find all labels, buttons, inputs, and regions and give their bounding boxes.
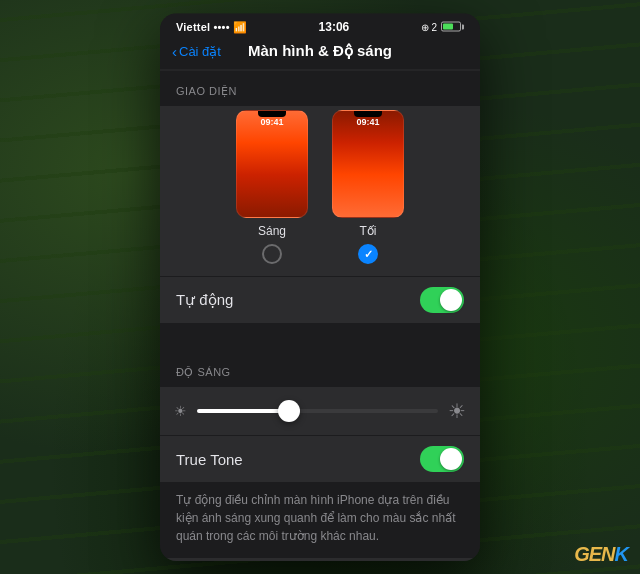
auto-toggle[interactable] xyxy=(420,287,464,313)
carrier-signal: Viettel •••• 📶 xyxy=(176,20,247,33)
night-shift-row[interactable]: Night Shift Tắt › xyxy=(160,558,480,561)
auto-row: Tự động xyxy=(160,277,480,323)
theme-label-light: Sáng xyxy=(258,224,286,238)
true-tone-toggle-thumb xyxy=(440,448,462,470)
true-tone-label: True Tone xyxy=(176,450,243,467)
brightness-section-label: ĐỘ SÁNG xyxy=(160,352,480,387)
back-button[interactable]: ‹ Cài đặt xyxy=(172,43,221,58)
preview-time-light: 09:41 xyxy=(237,117,307,127)
nav-header: ‹ Cài đặt Màn hình & Độ sáng xyxy=(160,38,480,71)
status-time: 13:06 xyxy=(319,20,350,34)
brightness-slider-fill xyxy=(197,409,289,413)
status-indicators: ⊕ 2 xyxy=(421,21,464,32)
watermark-blue: K xyxy=(615,543,628,565)
theme-selector: 09:41 Sáng 09:41 Tối xyxy=(160,106,480,276)
theme-option-light[interactable]: 09:41 Sáng xyxy=(236,110,308,264)
watermark: GENK xyxy=(574,543,628,566)
true-tone-toggle[interactable] xyxy=(420,446,464,472)
watermark-white: GEN xyxy=(574,543,614,565)
battery-percent: ⊕ 2 xyxy=(421,21,437,32)
battery-body xyxy=(441,22,461,32)
brightness-slider-thumb[interactable] xyxy=(278,400,300,422)
theme-preview-dark: 09:41 xyxy=(332,110,404,218)
carrier-label: Viettel xyxy=(176,20,210,32)
battery-icon xyxy=(441,22,464,32)
theme-preview-light: 09:41 xyxy=(236,110,308,218)
theme-label-dark: Tối xyxy=(360,224,377,238)
auto-toggle-group: Tự động xyxy=(160,277,480,323)
separator-1 xyxy=(160,324,480,352)
battery-tip xyxy=(462,24,464,29)
battery-fill xyxy=(443,24,453,30)
brightness-row: ☀ ☀ xyxy=(160,387,480,435)
sun-large-icon: ☀ xyxy=(448,399,466,423)
nav-title: Màn hình & Độ sáng xyxy=(248,42,392,60)
theme-option-dark[interactable]: 09:41 Tối xyxy=(332,110,404,264)
phone-panel: Viettel •••• 📶 13:06 ⊕ 2 ‹ Cài đặt Màn h… xyxy=(160,14,480,561)
auto-toggle-thumb xyxy=(440,289,462,311)
true-tone-group: True Tone xyxy=(160,436,480,482)
interface-section-label: GIAO DIỆN xyxy=(160,71,480,106)
status-bar: Viettel •••• 📶 13:06 ⊕ 2 xyxy=(160,14,480,38)
theme-radio-light[interactable] xyxy=(262,244,282,264)
sun-small-icon: ☀ xyxy=(174,403,187,419)
brightness-slider-track[interactable] xyxy=(197,409,438,413)
auto-label: Tự động xyxy=(176,291,233,309)
content-area: GIAO DIỆN 09:41 Sáng 09:41 Tối xyxy=(160,71,480,561)
back-chevron-icon: ‹ xyxy=(172,43,177,58)
preview-time-dark: 09:41 xyxy=(333,117,403,127)
true-tone-row: True Tone xyxy=(160,436,480,482)
back-label: Cài đặt xyxy=(179,43,221,58)
true-tone-description: Tự động điều chỉnh màn hình iPhone dựa t… xyxy=(160,483,480,557)
theme-radio-dark[interactable] xyxy=(358,244,378,264)
